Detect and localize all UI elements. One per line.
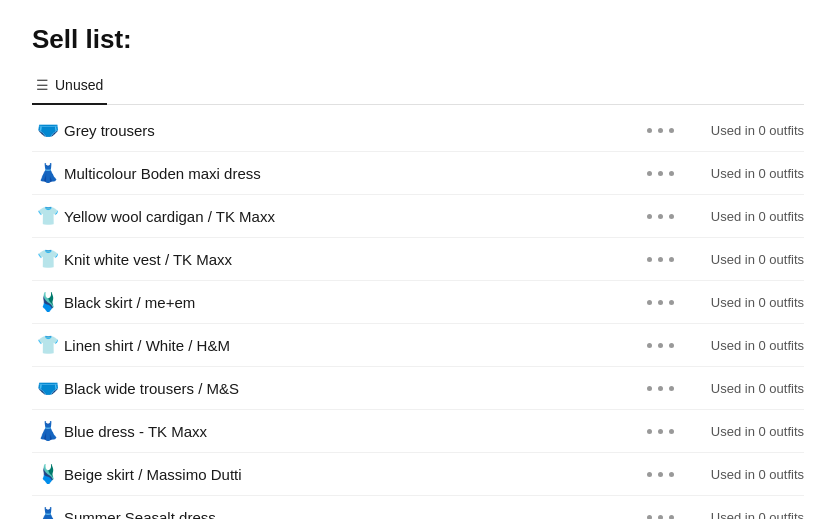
action-dot [669,386,674,391]
item-actions[interactable] [645,257,676,262]
action-dot [669,343,674,348]
item-actions[interactable] [645,343,676,348]
action-dot [647,214,652,219]
action-dot [669,429,674,434]
item-status: Used in 0 outfits [684,209,804,224]
action-dot [647,257,652,262]
item-status: Used in 0 outfits [684,166,804,181]
item-name: Blue dress - TK Maxx [64,423,645,440]
item-status: Used in 0 outfits [684,467,804,482]
action-dot [669,515,674,520]
item-status: Used in 0 outfits [684,252,804,267]
item-status: Used in 0 outfits [684,424,804,439]
action-dot [647,300,652,305]
clothing-icon: 👕 [32,334,64,356]
tab-label: Unused [55,77,103,93]
item-status: Used in 0 outfits [684,338,804,353]
action-dot [658,257,663,262]
action-dot [669,300,674,305]
action-dot [647,128,652,133]
clothing-icon: 🩱 [32,291,64,313]
item-status: Used in 0 outfits [684,381,804,396]
action-dot [658,214,663,219]
item-actions[interactable] [645,171,676,176]
item-name: Knit white vest / TK Maxx [64,251,645,268]
item-name: Linen shirt / White / H&M [64,337,645,354]
tabs-bar: ☰ Unused [32,71,804,105]
item-name: Multicolour Boden maxi dress [64,165,645,182]
item-name: Black skirt / me+em [64,294,645,311]
item-status: Used in 0 outfits [684,510,804,520]
list-item[interactable]: 👗Summer Seasalt dressUsed in 0 outfits [32,496,804,519]
list-item[interactable]: 🩱Beige skirt / Massimo DuttiUsed in 0 ou… [32,453,804,496]
action-dot [658,343,663,348]
list-item[interactable]: 👕Yellow wool cardigan / TK MaxxUsed in 0… [32,195,804,238]
list-item[interactable]: 🩲Black wide trousers / M&SUsed in 0 outf… [32,367,804,410]
action-dot [669,214,674,219]
clothing-icon: 👗 [32,420,64,442]
action-dot [658,515,663,520]
clothing-icon: 👕 [32,205,64,227]
action-dot [669,171,674,176]
list-item[interactable]: 🩱Black skirt / me+emUsed in 0 outfits [32,281,804,324]
action-dot [669,257,674,262]
clothing-icon: 👕 [32,248,64,270]
item-actions[interactable] [645,300,676,305]
clothing-icon: 🩲 [32,377,64,399]
list-item[interactable]: 🩲Grey trousersUsed in 0 outfits [32,109,804,152]
action-dot [658,429,663,434]
action-dot [658,300,663,305]
clothing-icon: 🩲 [32,119,64,141]
clothing-icon: 🩱 [32,463,64,485]
item-name: Yellow wool cardigan / TK Maxx [64,208,645,225]
item-name: Grey trousers [64,122,645,139]
action-dot [647,515,652,520]
items-list: 🩲Grey trousersUsed in 0 outfits👗Multicol… [32,109,804,519]
action-dot [669,128,674,133]
list-icon: ☰ [36,77,49,93]
item-status: Used in 0 outfits [684,295,804,310]
action-dot [647,171,652,176]
page-title: Sell list: [32,24,804,55]
tab-unused[interactable]: ☰ Unused [32,71,107,105]
item-name: Beige skirt / Massimo Dutti [64,466,645,483]
list-item[interactable]: 👗Blue dress - TK MaxxUsed in 0 outfits [32,410,804,453]
clothing-icon: 👗 [32,506,64,519]
list-item[interactable]: 👕Linen shirt / White / H&MUsed in 0 outf… [32,324,804,367]
item-actions[interactable] [645,472,676,477]
item-actions[interactable] [645,429,676,434]
item-actions[interactable] [645,128,676,133]
action-dot [658,128,663,133]
action-dot [658,472,663,477]
item-name: Black wide trousers / M&S [64,380,645,397]
list-item[interactable]: 👕Knit white vest / TK MaxxUsed in 0 outf… [32,238,804,281]
item-actions[interactable] [645,515,676,520]
item-status: Used in 0 outfits [684,123,804,138]
clothing-icon: 👗 [32,162,64,184]
action-dot [647,386,652,391]
action-dot [647,472,652,477]
item-name: Summer Seasalt dress [64,509,645,520]
action-dot [647,429,652,434]
action-dot [647,343,652,348]
item-actions[interactable] [645,214,676,219]
item-actions[interactable] [645,386,676,391]
list-item[interactable]: 👗Multicolour Boden maxi dressUsed in 0 o… [32,152,804,195]
action-dot [669,472,674,477]
action-dot [658,171,663,176]
action-dot [658,386,663,391]
